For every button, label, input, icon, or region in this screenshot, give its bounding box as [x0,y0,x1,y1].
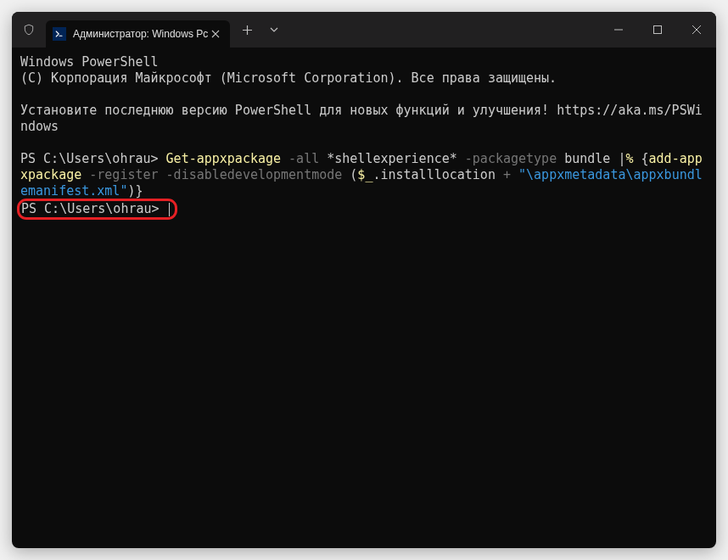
cmd-token: *shellexperience* [319,151,457,166]
ps-info: Установите последнюю версию PowerShell д… [20,103,703,134]
admin-shield-icon [12,24,46,36]
close-window-button[interactable] [677,12,716,48]
active-tab[interactable]: Администратор: Windows Pc [46,20,230,48]
powershell-icon [53,27,66,41]
cmd-token: $_ [357,167,372,182]
cmd-token: -register -disabledevelopmentmode [81,167,342,182]
tab-title: Администратор: Windows Pc [73,28,208,40]
tab-dropdown-button[interactable] [260,16,288,43]
cursor [169,203,170,216]
ps-header-2: (C) Корпорация Майкрософт (Microsoft Cor… [20,70,557,86]
close-tab-button[interactable] [208,26,223,42]
cmd-token: )} [127,183,143,199]
new-tab-button[interactable] [233,16,260,43]
cmd-token: .installlocation [372,167,503,182]
titlebar[interactable]: Администратор: Windows Pc [12,12,716,48]
cmd-token: % [625,151,641,166]
cmd-token: Get-appxpackage [166,151,281,166]
window-controls [599,12,716,48]
cmd-token: -all [281,151,319,166]
cmd-token: bundle [557,151,618,166]
cmd-token: { [641,151,649,166]
terminal-content[interactable]: Windows PowerShell (C) Корпорация Майкро… [12,48,716,227]
minimize-button[interactable] [599,12,638,48]
prompt-2: PS C:\Users\ohrau> [21,201,167,216]
cmd-token: -packagetype [457,151,557,166]
cmd-token: ( [342,167,357,182]
ps-header-1: Windows PowerShell [20,54,159,70]
maximize-button[interactable] [638,12,677,48]
terminal-window: Администратор: Windows Pc [12,12,716,548]
highlight-annotation: PS C:\Users\ohrau> [17,199,177,220]
cmd-token: + [503,167,518,182]
svg-rect-1 [654,26,662,34]
prompt-1: PS C:\Users\ohrau> [20,151,166,166]
